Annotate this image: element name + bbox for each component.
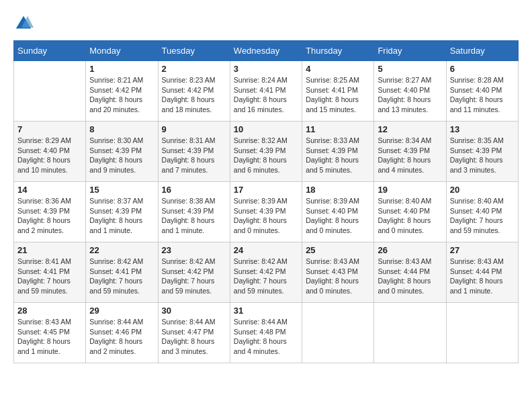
day-number: 19 [378,185,442,195]
day-number: 9 [162,124,226,134]
day-info: Sunrise: 8:38 AM Sunset: 4:39 PM Dayligh… [162,196,226,236]
day-info: Sunrise: 8:40 AM Sunset: 4:40 PM Dayligh… [450,196,515,236]
calendar-cell: 9Sunrise: 8:31 AM Sunset: 4:39 PM Daylig… [158,122,230,182]
calendar-cell: 4Sunrise: 8:25 AM Sunset: 4:41 PM Daylig… [302,61,374,122]
day-number: 17 [234,185,298,195]
day-info: Sunrise: 8:32 AM Sunset: 4:39 PM Dayligh… [234,136,298,175]
day-info: Sunrise: 8:43 AM Sunset: 4:43 PM Dayligh… [306,257,370,296]
calendar-cell: 31Sunrise: 8:44 AM Sunset: 4:48 PM Dayli… [230,303,302,363]
day-info: Sunrise: 8:44 AM Sunset: 4:48 PM Dayligh… [234,317,298,357]
day-info: Sunrise: 8:41 AM Sunset: 4:41 PM Dayligh… [17,257,82,296]
day-number: 28 [17,306,82,316]
day-number: 29 [89,306,154,316]
calendar-cell: 23Sunrise: 8:42 AM Sunset: 4:42 PM Dayli… [158,242,230,303]
day-number: 6 [450,64,515,74]
calendar-cell: 29Sunrise: 8:44 AM Sunset: 4:46 PM Dayli… [86,303,158,363]
calendar-cell: 10Sunrise: 8:32 AM Sunset: 4:39 PM Dayli… [230,122,302,182]
week-row-1: 1Sunrise: 8:21 AM Sunset: 4:42 PM Daylig… [14,61,519,122]
day-number: 23 [162,245,226,255]
day-info: Sunrise: 8:43 AM Sunset: 4:45 PM Dayligh… [17,317,82,357]
weekday-header-row: SundayMondayTuesdayWednesdayThursdayFrid… [14,41,519,61]
weekday-header-wednesday: Wednesday [230,41,302,61]
day-number: 7 [17,124,82,134]
calendar-cell: 25Sunrise: 8:43 AM Sunset: 4:43 PM Dayli… [302,242,374,303]
calendar-cell: 24Sunrise: 8:42 AM Sunset: 4:42 PM Dayli… [230,242,302,303]
day-number: 16 [162,185,226,195]
calendar-cell: 7Sunrise: 8:29 AM Sunset: 4:40 PM Daylig… [14,122,86,182]
day-number: 25 [306,245,370,255]
calendar-cell: 3Sunrise: 8:24 AM Sunset: 4:41 PM Daylig… [230,61,302,122]
day-info: Sunrise: 8:34 AM Sunset: 4:39 PM Dayligh… [378,136,442,175]
day-number: 26 [378,245,442,255]
calendar-cell: 17Sunrise: 8:39 AM Sunset: 4:39 PM Dayli… [230,182,302,242]
calendar-cell: 12Sunrise: 8:34 AM Sunset: 4:39 PM Dayli… [374,122,446,182]
day-number: 10 [234,124,298,134]
day-info: Sunrise: 8:44 AM Sunset: 4:46 PM Dayligh… [89,317,154,357]
day-number: 20 [450,185,515,195]
calendar-cell: 28Sunrise: 8:43 AM Sunset: 4:45 PM Dayli… [14,303,86,363]
week-row-4: 21Sunrise: 8:41 AM Sunset: 4:41 PM Dayli… [14,242,519,303]
day-info: Sunrise: 8:33 AM Sunset: 4:39 PM Dayligh… [306,136,370,175]
day-number: 21 [17,245,82,255]
day-number: 18 [306,185,370,195]
calendar-cell: 6Sunrise: 8:28 AM Sunset: 4:40 PM Daylig… [446,61,518,122]
calendar-cell: 16Sunrise: 8:38 AM Sunset: 4:39 PM Dayli… [158,182,230,242]
logo-icon [13,13,34,34]
calendar-cell [374,303,446,363]
calendar-cell [14,61,86,122]
weekday-header-thursday: Thursday [302,41,374,61]
weekday-header-saturday: Saturday [446,41,518,61]
day-info: Sunrise: 8:30 AM Sunset: 4:39 PM Dayligh… [89,136,154,175]
day-info: Sunrise: 8:35 AM Sunset: 4:39 PM Dayligh… [450,136,515,175]
calendar-cell: 13Sunrise: 8:35 AM Sunset: 4:39 PM Dayli… [446,122,518,182]
day-number: 8 [89,124,154,134]
logo [13,13,38,34]
day-info: Sunrise: 8:24 AM Sunset: 4:41 PM Dayligh… [234,75,298,115]
day-info: Sunrise: 8:28 AM Sunset: 4:40 PM Dayligh… [450,75,515,115]
page-header [13,13,519,34]
day-number: 15 [89,185,154,195]
day-number: 5 [378,64,442,74]
day-info: Sunrise: 8:31 AM Sunset: 4:39 PM Dayligh… [162,136,226,175]
calendar-cell: 22Sunrise: 8:42 AM Sunset: 4:41 PM Dayli… [86,242,158,303]
day-info: Sunrise: 8:44 AM Sunset: 4:47 PM Dayligh… [162,317,226,357]
week-row-3: 14Sunrise: 8:36 AM Sunset: 4:39 PM Dayli… [14,182,519,242]
calendar-cell: 5Sunrise: 8:27 AM Sunset: 4:40 PM Daylig… [374,61,446,122]
calendar-cell: 19Sunrise: 8:40 AM Sunset: 4:40 PM Dayli… [374,182,446,242]
day-number: 14 [17,185,82,195]
calendar-cell: 21Sunrise: 8:41 AM Sunset: 4:41 PM Dayli… [14,242,86,303]
day-info: Sunrise: 8:43 AM Sunset: 4:44 PM Dayligh… [378,257,442,296]
weekday-header-friday: Friday [374,41,446,61]
day-number: 3 [234,64,298,74]
weekday-header-tuesday: Tuesday [158,41,230,61]
calendar-cell: 26Sunrise: 8:43 AM Sunset: 4:44 PM Dayli… [374,242,446,303]
calendar-cell: 20Sunrise: 8:40 AM Sunset: 4:40 PM Dayli… [446,182,518,242]
day-number: 12 [378,124,442,134]
day-info: Sunrise: 8:42 AM Sunset: 4:42 PM Dayligh… [162,257,226,296]
day-info: Sunrise: 8:39 AM Sunset: 4:40 PM Dayligh… [306,196,370,236]
day-info: Sunrise: 8:42 AM Sunset: 4:41 PM Dayligh… [89,257,154,296]
week-row-5: 28Sunrise: 8:43 AM Sunset: 4:45 PM Dayli… [14,303,519,363]
weekday-header-sunday: Sunday [14,41,86,61]
day-info: Sunrise: 8:21 AM Sunset: 4:42 PM Dayligh… [89,75,154,115]
calendar-cell: 1Sunrise: 8:21 AM Sunset: 4:42 PM Daylig… [86,61,158,122]
calendar-cell [446,303,518,363]
day-info: Sunrise: 8:36 AM Sunset: 4:39 PM Dayligh… [17,196,82,236]
calendar-cell: 18Sunrise: 8:39 AM Sunset: 4:40 PM Dayli… [302,182,374,242]
day-number: 30 [162,306,226,316]
day-info: Sunrise: 8:40 AM Sunset: 4:40 PM Dayligh… [378,196,442,236]
day-info: Sunrise: 8:37 AM Sunset: 4:39 PM Dayligh… [89,196,154,236]
day-info: Sunrise: 8:39 AM Sunset: 4:39 PM Dayligh… [234,196,298,236]
day-info: Sunrise: 8:43 AM Sunset: 4:44 PM Dayligh… [450,257,515,296]
week-row-2: 7Sunrise: 8:29 AM Sunset: 4:40 PM Daylig… [14,122,519,182]
day-number: 4 [306,64,370,74]
day-info: Sunrise: 8:42 AM Sunset: 4:42 PM Dayligh… [234,257,298,296]
calendar-cell [302,303,374,363]
calendar-table: SundayMondayTuesdayWednesdayThursdayFrid… [13,40,519,363]
calendar-cell: 15Sunrise: 8:37 AM Sunset: 4:39 PM Dayli… [86,182,158,242]
day-number: 27 [450,245,515,255]
calendar-cell: 27Sunrise: 8:43 AM Sunset: 4:44 PM Dayli… [446,242,518,303]
day-info: Sunrise: 8:25 AM Sunset: 4:41 PM Dayligh… [306,75,370,115]
day-number: 2 [162,64,226,74]
day-number: 1 [89,64,154,74]
